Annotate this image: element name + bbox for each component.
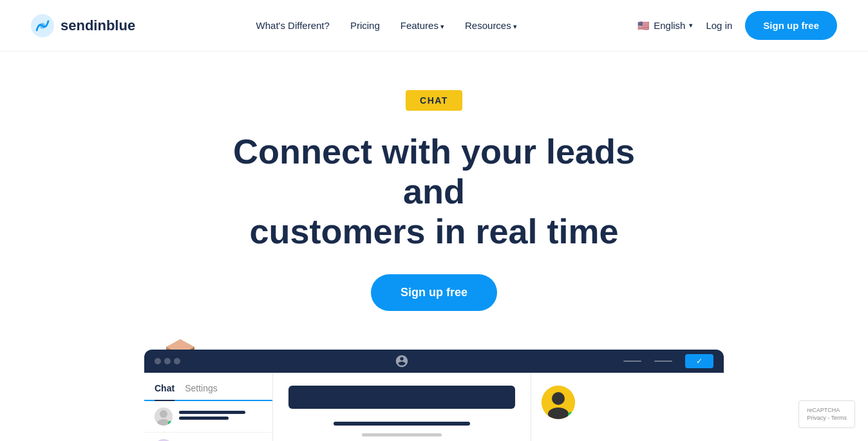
hero-section: CHAT Connect with your leads and custome…	[0, 52, 868, 441]
avatar	[155, 408, 173, 426]
signup-nav-button[interactable]: Sign up free	[745, 11, 837, 40]
nav-pricing[interactable]: Pricing	[350, 20, 380, 31]
dashboard-content: Chat Settings	[144, 373, 724, 441]
logo-link[interactable]: sendinblue	[31, 14, 135, 37]
browser-actions: ✓	[623, 354, 713, 368]
language-selector[interactable]: 🇺🇸 English ▾	[637, 20, 693, 32]
chat-label-line	[334, 422, 469, 426]
recaptcha-text-2: Privacy - Terms	[807, 414, 847, 422]
chat-input-bar	[288, 386, 515, 409]
nav-right: 🇺🇸 English ▾ Log in Sign up free	[637, 11, 837, 40]
avatar-large	[542, 386, 575, 419]
chat-sidebar: Chat Settings	[144, 373, 273, 441]
language-label: English	[654, 20, 685, 31]
online-indicator-large	[568, 412, 574, 418]
dashboard-preview: ✓ Chat Settings	[144, 350, 724, 441]
list-item	[144, 433, 272, 441]
nav-resources[interactable]: Resources	[465, 20, 517, 31]
svg-point-11	[552, 392, 565, 405]
browser-bar: ✓	[144, 350, 724, 373]
chat-badge: CHAT	[406, 90, 462, 111]
browser-dot-3	[174, 358, 180, 364]
login-link[interactable]: Log in	[706, 20, 732, 31]
signup-hero-button[interactable]: Sign up free	[371, 274, 497, 311]
main-chat-area: ⌄	[273, 373, 531, 441]
panel-tabs: Chat Settings	[144, 383, 272, 401]
list-item	[144, 401, 272, 433]
browser-dot-1	[155, 358, 161, 364]
svg-point-6	[160, 410, 167, 418]
lang-arrow-icon: ▾	[689, 21, 693, 30]
chat-sub-line	[362, 433, 441, 436]
nav-links: What's Different? Pricing Features Resou…	[256, 20, 517, 32]
sub-line	[179, 417, 229, 420]
tab-chat[interactable]: Chat	[155, 383, 175, 401]
browser-line-2	[654, 361, 672, 362]
right-chat-panel	[531, 373, 724, 441]
list-lines	[179, 411, 262, 422]
nav-whats-different[interactable]: What's Different?	[256, 20, 330, 31]
recaptcha-text-1: reCAPTCHA	[807, 406, 847, 415]
flag-icon: 🇺🇸	[637, 20, 650, 32]
logo-text: sendinblue	[61, 17, 135, 34]
browser-line-1	[623, 361, 641, 362]
logo-icon	[31, 14, 54, 37]
checkmark-icon: ✓	[696, 357, 703, 366]
browser-check-button: ✓	[685, 354, 713, 368]
tab-settings[interactable]: Settings	[185, 383, 218, 393]
browser-dot-2	[164, 358, 171, 364]
nav-features[interactable]: Features	[401, 20, 444, 31]
browser-logo-icon	[395, 354, 409, 368]
navbar: sendinblue What's Different? Pricing Fea…	[0, 0, 868, 52]
online-indicator	[168, 421, 173, 426]
user-info-row	[542, 386, 583, 419]
recaptcha-badge: reCAPTCHA Privacy - Terms	[798, 400, 855, 428]
svg-point-1	[40, 23, 46, 28]
hero-title: Connect with your leads and customers in…	[209, 131, 659, 251]
decorative-wrapper: ✓ Chat Settings	[144, 343, 724, 441]
browser-dots	[155, 358, 180, 364]
name-line	[179, 411, 245, 414]
